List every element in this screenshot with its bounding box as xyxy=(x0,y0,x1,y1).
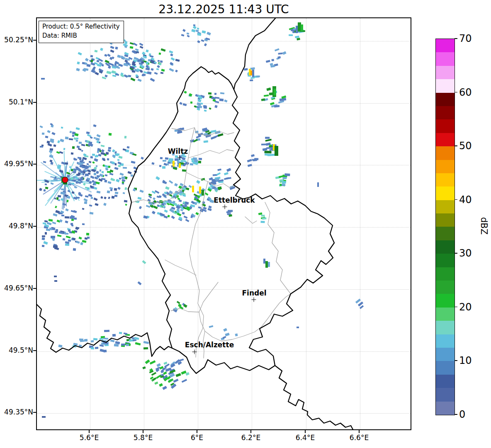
colorbar-segment xyxy=(436,186,455,200)
echo-cell xyxy=(176,195,179,198)
echo-cell xyxy=(101,64,104,67)
echo-cell xyxy=(78,141,81,143)
echo-cell xyxy=(163,160,166,162)
colorbar-segment xyxy=(436,146,455,160)
echo-cell xyxy=(91,340,94,343)
colorbar-segment xyxy=(436,93,455,106)
gridline-vertical xyxy=(198,18,198,429)
gridline-horizontal xyxy=(37,289,411,290)
echo-cell xyxy=(60,192,64,195)
echo-cell xyxy=(198,161,201,163)
echo-cell xyxy=(118,187,121,190)
echo-cell xyxy=(141,157,144,160)
echo-cell xyxy=(49,150,52,153)
echo-cell xyxy=(184,304,187,308)
echo-cell xyxy=(85,187,88,189)
echo-cell xyxy=(114,344,119,346)
echo-cell xyxy=(105,174,108,177)
echo-cell xyxy=(197,40,200,43)
colorbar-segment xyxy=(436,173,455,186)
colorbar-segment xyxy=(436,334,455,348)
echo-cell xyxy=(156,177,160,181)
echo-cell xyxy=(42,235,45,237)
echo-cell xyxy=(85,58,89,61)
echo-cell xyxy=(228,210,233,212)
colorbar-tick-mark xyxy=(455,145,457,146)
echo-cell xyxy=(151,162,154,165)
echo-cell xyxy=(69,138,73,140)
echo-cell xyxy=(107,181,111,184)
lat-tick-label: 49.95°N xyxy=(1,160,33,168)
echo-cell xyxy=(81,144,85,146)
echo-cell xyxy=(181,34,184,36)
gridline-vertical xyxy=(306,18,306,429)
echo-cell xyxy=(39,188,42,191)
echo-cell xyxy=(89,161,92,163)
echo-cell xyxy=(289,34,293,36)
echo-cell xyxy=(124,200,127,202)
echo-cell xyxy=(131,77,136,81)
echo-cell xyxy=(297,38,300,40)
echo-cell xyxy=(65,220,68,223)
echo-cell xyxy=(226,177,231,179)
echo-cell xyxy=(61,189,65,191)
colorbar-segment xyxy=(436,294,455,307)
echo-cell xyxy=(124,54,128,57)
echo-cell xyxy=(185,372,190,376)
echo-cell xyxy=(212,182,216,185)
lat-tick-label: 49.35°N xyxy=(1,408,33,416)
echo-cell xyxy=(248,164,252,167)
echo-cell xyxy=(284,173,290,176)
echo-cell xyxy=(175,58,180,62)
echo-cell xyxy=(209,108,211,110)
echo-cell xyxy=(224,99,227,102)
echo-cell xyxy=(102,77,106,80)
echo-cell xyxy=(183,155,185,157)
lon-tick-mark xyxy=(143,430,143,433)
echo-cell xyxy=(134,170,137,173)
echo-cell xyxy=(167,164,169,166)
echo-cell xyxy=(250,154,254,157)
echo-cell xyxy=(215,178,219,181)
echo-cell xyxy=(161,69,165,72)
echo-cell xyxy=(73,171,76,174)
echo-cell xyxy=(169,68,174,72)
lat-tick-mark xyxy=(33,164,36,165)
echo-cell xyxy=(100,344,104,347)
echo-cell xyxy=(175,373,181,377)
colorbar-tick-mark xyxy=(455,38,457,39)
echo-cell xyxy=(63,148,65,150)
echo-cell xyxy=(61,215,64,216)
echo-cell xyxy=(76,127,80,130)
echo-cell xyxy=(69,131,72,133)
echo-cell xyxy=(51,132,56,135)
echo-cell xyxy=(204,109,207,112)
colorbar-segment xyxy=(436,361,455,374)
echo-cell xyxy=(78,52,82,56)
echo-cell xyxy=(50,182,53,185)
echo-cell xyxy=(183,160,186,162)
echo-cell xyxy=(150,361,156,365)
colorbar-segment xyxy=(436,119,455,133)
echo-cell xyxy=(126,344,129,346)
echo-cell xyxy=(140,70,143,73)
echo-cell xyxy=(77,62,80,65)
echo-cell xyxy=(265,139,272,142)
echo-cell xyxy=(199,186,201,194)
echo-cell xyxy=(250,80,253,81)
echo-cell xyxy=(178,200,182,203)
echo-cell xyxy=(137,197,141,200)
echo-cell xyxy=(182,190,185,192)
echo-cell xyxy=(123,167,127,169)
echo-cell xyxy=(120,173,124,176)
echo-cell xyxy=(146,49,149,52)
lat-tick-mark xyxy=(33,102,36,103)
echo-cell xyxy=(110,178,115,181)
echo-cell xyxy=(90,156,93,158)
lon-tick-mark xyxy=(89,430,90,433)
colorbar-segment xyxy=(436,39,455,52)
echo-cell xyxy=(103,350,107,353)
echo-cell xyxy=(78,237,82,240)
echo-cell xyxy=(183,216,187,219)
gridline-vertical xyxy=(90,18,90,429)
